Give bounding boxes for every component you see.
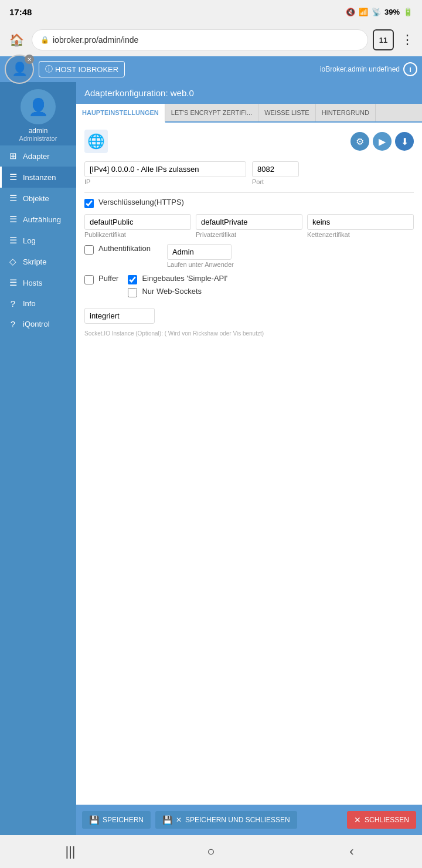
sidebar-profile: 👤 admin Administrator [0, 82, 76, 145]
host-button[interactable]: ⓘ HOST IOBROKER [39, 61, 125, 77]
x-icon: ✕ [176, 816, 182, 824]
sidebar-item-hosts[interactable]: ☰ Hosts [0, 272, 76, 293]
port-input[interactable] [252, 161, 299, 177]
home-button[interactable]: 🏠 [6, 29, 27, 50]
profile-avatar[interactable]: 👤 ✕ [5, 55, 34, 84]
recents-button[interactable]: ||| [53, 840, 88, 863]
topbar-info-icon[interactable]: i [403, 62, 417, 76]
action-btn-download[interactable]: ⬇ [395, 132, 414, 151]
battery-icon: 🔋 [403, 8, 413, 16]
integriert-select[interactable]: integriert [84, 308, 155, 324]
eingebautes-checkbox[interactable] [128, 275, 137, 284]
save-icon: 💾 [89, 815, 99, 825]
home-nav-button[interactable]: ○ [193, 840, 229, 863]
save-button[interactable]: 💾 SPEICHERN [82, 811, 151, 829]
sidebar-role: Administrator [19, 135, 57, 142]
websockets-checkbox[interactable] [128, 288, 137, 297]
sidebar-item-objekte[interactable]: ☰ Objekte [0, 188, 76, 209]
puffer-row: Puffer Eingebautes 'Simple-API' Nur Web-… [84, 274, 414, 303]
certs-row: defaultPublic Publikzertifikat defaultPr… [84, 214, 414, 238]
sidebar-avatar: 👤 [21, 89, 56, 124]
icon-row: 🌐 ⚙ ▶ ⬇ [84, 130, 414, 153]
sidebar-label-log: Log [23, 236, 36, 245]
sidebar-item-instanzen[interactable]: ☰ Instanzen [0, 167, 76, 188]
auth-label: Authentifikation [98, 244, 151, 253]
back-button[interactable]: ‹ [334, 840, 369, 863]
sidebar-label-objekte: Objekte [23, 194, 49, 203]
browser-menu[interactable]: ⋮ [399, 32, 416, 48]
sidebar-item-iqontrol[interactable]: ? iQontrol [0, 314, 76, 334]
url-bar[interactable]: 🔒 iobroker.pro/admin/inde [32, 29, 368, 50]
home-nav-icon: ○ [207, 844, 215, 859]
wifi-icon: 📶 [359, 8, 368, 16]
puffer-checkbox-row: Puffer [84, 274, 118, 284]
status-bar: 17:48 🔇 📶 📡 39% 🔋 [0, 0, 422, 23]
anwender-select[interactable]: Admin [167, 244, 232, 260]
sidebar-label-skripte: Skripte [23, 257, 46, 266]
action-btn-settings[interactable]: ⚙ [350, 132, 369, 151]
main-panel: Adapterkonfiguration: web.0 HAUPTEINSTEL… [76, 82, 422, 835]
integriert-row: integriert [84, 308, 414, 324]
puffer-checkbox[interactable] [84, 275, 94, 284]
save-close-label: SPEICHERN UND SCHLIESSEN [185, 816, 290, 824]
eingebautes-row: Eingebautes 'Simple-API' [128, 274, 227, 284]
kettenzert-label: Kettenzertifikat [307, 231, 414, 238]
sidebar-label-aufzaehlung: Aufzählung [23, 215, 61, 224]
puffer-label: Puffer [98, 274, 118, 283]
save-close-icon: 💾 [162, 815, 172, 825]
sidebar-item-aufzaehlung[interactable]: ☰ Aufzählung [0, 209, 76, 230]
pubzert-select[interactable]: defaultPublic [84, 214, 191, 230]
browser-bar: 🏠 🔒 iobroker.pro/admin/inde 11 ⋮ [0, 23, 422, 56]
privzert-select[interactable]: defaultPrivate [196, 214, 302, 230]
host-icon: ⓘ [45, 64, 53, 74]
close-button[interactable]: ✕ SCHLIESSEN [347, 811, 416, 829]
info-icon: ? [8, 299, 18, 308]
user-info-text: ioBroker.admin undefined [320, 65, 400, 73]
kettenzert-wrapper: keins Kettenzertifikat [307, 214, 414, 238]
sidebar-label-hosts: Hosts [23, 279, 42, 287]
sidebar-item-log[interactable]: ☰ Log [0, 230, 76, 251]
socket-io-text: Socket.IO Instance (Optional): ( Wird vo… [84, 330, 414, 338]
tab-weisseliste[interactable]: WEISSE LISTE [258, 104, 315, 121]
websockets-row: Nur Web-Sockets [128, 287, 227, 297]
content-area: 👤 admin Administrator ⊞ Adapter ☰ Instan… [0, 82, 422, 835]
kettenzert-select[interactable]: keins [307, 214, 414, 230]
sidebar-item-info[interactable]: ? Info [0, 293, 76, 314]
sidebar-label-adapter: Adapter [23, 152, 50, 161]
ip-label: IP [84, 178, 246, 185]
websockets-label: Nur Web-Sockets [142, 287, 202, 296]
https-row: Verschlüsselung(HTTPS) [84, 198, 414, 208]
instanzen-icon: ☰ [8, 172, 18, 182]
adapter-icon-img: 🌐 [84, 130, 108, 153]
tabs: HAUPTEINSTELLUNGEN LET'S ENCRYPT ZERTIFI… [76, 104, 422, 123]
tab-haupteinstellungen[interactable]: HAUPTEINSTELLUNGEN [76, 104, 165, 123]
sidebar: 👤 admin Administrator ⊞ Adapter ☰ Instan… [0, 82, 76, 835]
close-profile-icon[interactable]: ✕ [25, 55, 34, 64]
pubzert-wrapper: defaultPublic Publikzertifikat [84, 214, 191, 238]
pubzert-label: Publikzertifikat [84, 231, 191, 238]
hosts-icon: ☰ [8, 277, 18, 288]
lock-icon: 🔒 [40, 36, 49, 44]
save-label: SPEICHERN [103, 816, 144, 824]
auth-row: Authentifikation Admin Laufen unter Anwe… [84, 244, 414, 268]
tab-hintergrund[interactable]: HINTERGRUND [316, 104, 376, 121]
ip-select[interactable]: [IPv4] 0.0.0.0 - Alle IPs zulassen [84, 161, 246, 177]
adapter-icon: ⊞ [8, 151, 18, 161]
ip-port-row: [IPv4] 0.0.0.0 - Alle IPs zulassen IP Po… [84, 161, 414, 185]
eingebautes-label: Eingebautes 'Simple-API' [142, 274, 227, 283]
tab-letsencrypt[interactable]: LET'S ENCRYPT ZERTIFI... [165, 104, 258, 121]
auth-checkbox[interactable] [84, 245, 94, 255]
privzert-label: Privatzertifikat [196, 231, 302, 238]
recents-icon: ||| [65, 844, 75, 859]
save-close-button[interactable]: 💾 ✕ SPEICHERN UND SCHLIESSEN [155, 811, 297, 829]
aufzaehlung-icon: ☰ [8, 214, 18, 225]
port-field-wrapper: Port [252, 161, 414, 185]
action-btn-run[interactable]: ▶ [373, 132, 392, 151]
extra-checkboxes: Eingebautes 'Simple-API' Nur Web-Sockets [128, 274, 227, 303]
mute-icon: 🔇 [346, 8, 355, 16]
https-checkbox[interactable] [84, 199, 94, 208]
tab-count[interactable]: 11 [373, 29, 394, 50]
sidebar-item-skripte[interactable]: ◇ Skripte [0, 251, 76, 272]
sidebar-item-adapter[interactable]: ⊞ Adapter [0, 145, 76, 167]
form-area: 🌐 ⚙ ▶ ⬇ [IPv4] 0.0.0.0 - Alle IPs zulass… [76, 123, 422, 805]
